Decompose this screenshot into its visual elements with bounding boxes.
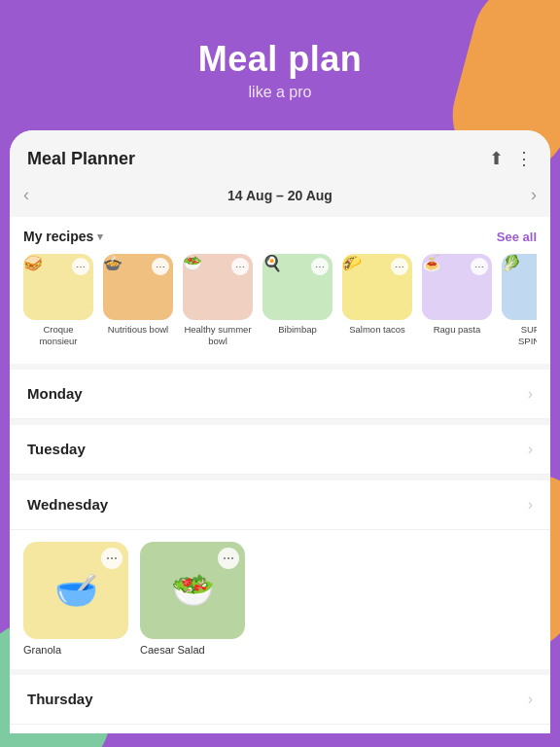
recipe-name: Salmon tacos: [342, 324, 412, 336]
recipe-name: Bibimbap: [262, 324, 332, 336]
see-all-button[interactable]: See all: [497, 230, 537, 244]
day-header-tuesday[interactable]: Tuesday ›: [10, 425, 550, 475]
day-expand-icon: ›: [528, 441, 533, 458]
meal-image: 🥣 ⋯: [23, 542, 128, 639]
recipe-name: Croque monsieur: [23, 324, 93, 348]
meal-name: Granola: [23, 644, 128, 656]
card-icons: ⬆ ⋮: [489, 148, 533, 169]
recipe-emoji: 🍳: [262, 255, 282, 271]
recipe-emoji: 🍲: [103, 255, 122, 271]
day-item-monday: Monday ›: [10, 370, 550, 419]
recipe-more-button[interactable]: ⋯: [471, 258, 488, 275]
recipe-more-button[interactable]: ⋯: [152, 258, 169, 275]
recipes-label: My recipes ▾: [23, 229, 103, 244]
chevron-down-icon[interactable]: ▾: [97, 231, 103, 243]
card-title: Meal Planner: [27, 149, 135, 169]
day-label: Wednesday: [27, 496, 108, 513]
day-label: Tuesday: [27, 441, 86, 457]
recipe-card: 🍝 ⋯ Ragu pasta: [422, 254, 492, 348]
recipes-header: My recipes ▾ See all: [23, 229, 537, 244]
recipe-card: 🥪 ⋯ Croque monsieur: [23, 254, 93, 348]
day-meals: 🥣 ⋯ Granola 🥗 ⋯ Caesar Salad: [10, 530, 550, 669]
day-item-tuesday: Tuesday ›: [10, 425, 550, 475]
day-header-thursday[interactable]: Thursday ›: [10, 675, 550, 725]
meal-emoji: 🥗: [171, 570, 215, 611]
recipe-more-button[interactable]: ⋯: [231, 258, 249, 275]
main-card: Meal Planner ⬆ ⋮ ‹ 14 Aug – 20 Aug › My …: [10, 130, 550, 733]
meals-grid: 🥣 ⋯ Granola 🥗 ⋯ Caesar Salad: [23, 542, 537, 656]
day-expand-icon: ›: [528, 496, 533, 514]
recipe-name: Ragu pasta: [422, 324, 492, 336]
recipe-image: 🌮 ⋯: [342, 254, 412, 320]
recipe-name: Healthy summer bowl: [183, 324, 253, 348]
recipe-card: 🥬 ⋯ SUPER SPINA…: [502, 254, 537, 348]
meal-name: Caesar Salad: [140, 644, 245, 656]
header-title: Meal plan: [19, 39, 541, 80]
recipes-strip: 🥪 ⋯ Croque monsieur 🍲 ⋯ Nutritious bowl …: [23, 254, 537, 354]
day-item-thursday: Thursday › 🍝 ⋯ Pasta With Mushrooms: [10, 675, 550, 733]
recipe-image: 🥪 ⋯: [23, 254, 93, 320]
recipe-emoji: 🌮: [342, 255, 362, 271]
recipe-card: 🥗 ⋯ Healthy summer bowl: [183, 254, 253, 348]
recipe-card: 🍲 ⋯ Nutritious bowl: [103, 254, 173, 348]
day-label: Monday: [27, 385, 83, 402]
header-subtitle: like a pro: [19, 84, 541, 101]
meal-item: 🥣 ⋯ Granola: [23, 542, 128, 656]
meal-emoji: 🥣: [54, 570, 98, 611]
recipe-card: 🍳 ⋯ Bibimbap: [262, 254, 332, 348]
recipe-image: 🍝 ⋯: [422, 254, 492, 320]
recipe-name: Nutritious bowl: [103, 324, 173, 336]
days-list: Monday › Tuesday › Wednesday › 🥣 ⋯ Grano…: [10, 370, 550, 733]
recipe-image: 🍲 ⋯: [103, 254, 173, 320]
recipe-more-button[interactable]: ⋯: [72, 258, 89, 275]
card-header: Meal Planner ⬆ ⋮: [10, 130, 550, 179]
day-header-monday[interactable]: Monday ›: [10, 370, 550, 419]
more-icon[interactable]: ⋮: [515, 148, 533, 169]
day-header-wednesday[interactable]: Wednesday ›: [10, 480, 550, 530]
day-expand-icon: ›: [528, 385, 533, 403]
recipe-card: 🌮 ⋯ Salmon tacos: [342, 254, 412, 348]
share-icon[interactable]: ⬆: [489, 148, 504, 169]
next-week-button[interactable]: ›: [531, 185, 537, 205]
recipe-image: 🥗 ⋯: [183, 254, 253, 320]
day-expand-icon: ›: [528, 691, 533, 708]
meal-item: 🥗 ⋯ Caesar Salad: [140, 542, 245, 656]
meal-image: 🥗 ⋯: [140, 542, 245, 639]
prev-week-button[interactable]: ‹: [23, 185, 29, 205]
recipe-image: 🥬 ⋯: [502, 254, 537, 320]
recipe-emoji: 🥪: [23, 255, 43, 271]
day-meals: 🍝 ⋯ Pasta With Mushrooms: [10, 725, 550, 733]
recipe-image: 🍳 ⋯: [262, 254, 332, 320]
recipe-emoji: 🥗: [183, 255, 202, 271]
recipe-name: SUPER SPINA…: [502, 324, 537, 348]
recipes-section: My recipes ▾ See all 🥪 ⋯ Croque monsieur…: [10, 217, 550, 364]
recipe-emoji: 🍝: [422, 255, 441, 271]
day-item-wednesday: Wednesday › 🥣 ⋯ Granola 🥗 ⋯ Caesar Salad: [10, 480, 550, 669]
day-label: Thursday: [27, 691, 93, 707]
recipe-more-button[interactable]: ⋯: [311, 258, 329, 275]
meal-more-button[interactable]: ⋯: [218, 548, 239, 569]
meal-more-button[interactable]: ⋯: [101, 548, 122, 569]
week-nav: ‹ 14 Aug – 20 Aug ›: [10, 179, 550, 217]
header: Meal plan like a pro: [0, 0, 560, 130]
week-label: 14 Aug – 20 Aug: [228, 188, 332, 203]
recipe-emoji: 🥬: [502, 255, 521, 271]
recipe-more-button[interactable]: ⋯: [391, 258, 408, 275]
